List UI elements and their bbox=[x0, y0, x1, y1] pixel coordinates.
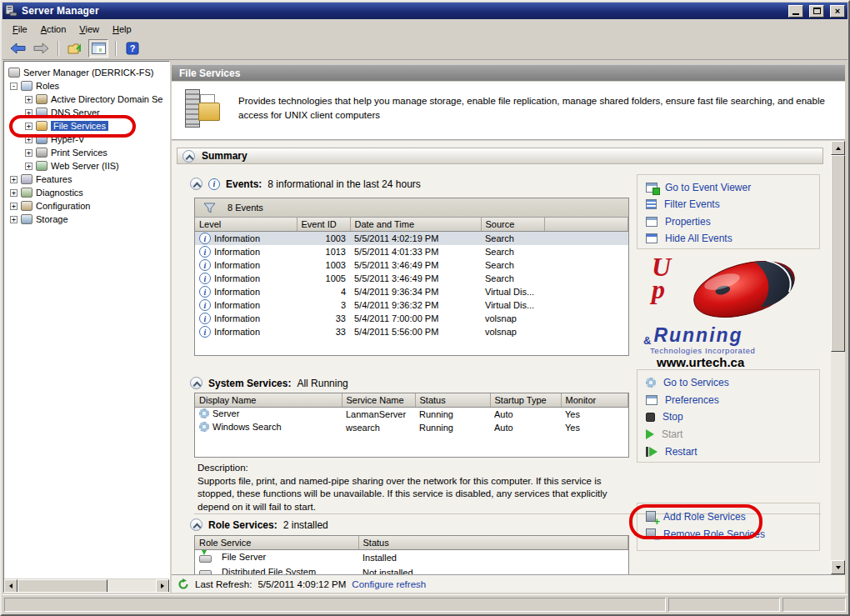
stop-service-link[interactable]: Stop bbox=[646, 410, 819, 424]
column-startup-type[interactable]: Startup Type bbox=[490, 393, 561, 408]
tree-horizontal-scrollbar[interactable] bbox=[4, 578, 169, 592]
system-services-title: System Services: bbox=[208, 378, 291, 389]
menu-file[interactable]: File bbox=[6, 22, 34, 37]
menu-action[interactable]: Action bbox=[34, 22, 73, 37]
collapse-chevron-icon[interactable] bbox=[190, 178, 202, 190]
scroll-down-button[interactable] bbox=[831, 560, 845, 574]
system-services-status: All Running bbox=[297, 378, 348, 389]
configure-refresh-link[interactable]: Configure refresh bbox=[352, 579, 426, 589]
table-row[interactable]: Distributed File System Not installed bbox=[195, 565, 628, 574]
column-service-name[interactable]: Service Name bbox=[342, 393, 415, 408]
column-source[interactable]: Source bbox=[481, 218, 544, 232]
filter-events-link[interactable]: Filter Events bbox=[646, 198, 819, 211]
expand-toggle[interactable]: + bbox=[10, 216, 18, 223]
refresh-status-bar: Last Refresh: 5/5/2011 4:09:12 PM Config… bbox=[172, 574, 845, 593]
show-console-tree-button[interactable] bbox=[88, 39, 108, 58]
up-level-button[interactable] bbox=[65, 39, 85, 58]
collapse-toggle[interactable]: - bbox=[10, 83, 18, 90]
hide-all-events-link[interactable]: Hide All Events bbox=[646, 232, 819, 245]
menu-view[interactable]: View bbox=[72, 22, 106, 37]
table-row[interactable]: Information 1003 5/5/2011 3:46:49 PM Sea… bbox=[195, 258, 628, 272]
restart-service-link[interactable]: Restart bbox=[646, 444, 819, 458]
server-manager-icon bbox=[8, 68, 20, 78]
system-services-panel: Display Name Service Name Status Startup… bbox=[194, 393, 629, 458]
start-service-link[interactable]: Start bbox=[646, 428, 819, 442]
collapse-chevron-icon[interactable] bbox=[190, 377, 202, 389]
app-icon bbox=[5, 5, 18, 17]
expand-toggle[interactable]: + bbox=[25, 96, 32, 103]
summary-section-header[interactable]: Summary bbox=[177, 148, 823, 164]
expand-toggle[interactable]: + bbox=[25, 136, 32, 143]
filter-funnel-icon bbox=[203, 203, 216, 213]
table-row[interactable]: Information 33 5/4/2011 7:00:00 PM volsn… bbox=[195, 312, 628, 325]
back-button[interactable] bbox=[8, 39, 28, 58]
service-description: Description: Supports file, print, and n… bbox=[198, 462, 632, 513]
table-row[interactable]: File Server Installed bbox=[195, 550, 628, 566]
tree-item-features[interactable]: + Features bbox=[4, 173, 169, 186]
table-row[interactable]: Information 1003 5/5/2011 4:02:19 PM Sea… bbox=[195, 232, 628, 246]
column-status[interactable]: Status bbox=[415, 393, 490, 408]
table-row[interactable]: Windows Search wsearch Running Auto Yes bbox=[195, 421, 628, 434]
toolbar: ? bbox=[2, 38, 848, 60]
tree-item-roles[interactable]: - Roles bbox=[4, 79, 169, 93]
scrollbar-thumb[interactable] bbox=[18, 579, 108, 593]
role-services-actions-panel: + Add Role Services − Remove Role Servic… bbox=[637, 503, 820, 551]
minimize-button[interactable] bbox=[788, 5, 803, 18]
column-role-service[interactable]: Role Service bbox=[195, 536, 358, 550]
information-icon bbox=[199, 246, 211, 258]
go-to-event-viewer-link[interactable]: Go to Event Viewer bbox=[646, 181, 819, 194]
scroll-up-button[interactable] bbox=[831, 141, 845, 155]
forward-button[interactable] bbox=[31, 39, 51, 58]
collapse-chevron-icon[interactable] bbox=[190, 518, 202, 531]
close-button[interactable]: × bbox=[830, 5, 845, 18]
remove-role-services-link[interactable]: − Remove Role Services bbox=[646, 527, 819, 541]
summary-title: Summary bbox=[202, 150, 248, 162]
maximize-button[interactable] bbox=[809, 5, 824, 18]
column-monitor[interactable]: Monitor bbox=[561, 393, 628, 408]
tree-item-web-server[interactable]: + Web Server (IIS) bbox=[4, 159, 169, 173]
table-row[interactable]: Information 1005 5/5/2011 3:46:49 PM Sea… bbox=[195, 272, 628, 285]
scrollbar-thumb[interactable] bbox=[831, 155, 845, 352]
menu-help[interactable]: Help bbox=[106, 22, 138, 37]
expand-toggle[interactable]: + bbox=[25, 123, 32, 130]
tree-item-active-directory[interactable]: + Active Directory Domain Se bbox=[4, 93, 169, 106]
table-row[interactable]: Information 1013 5/5/2011 4:01:33 PM Sea… bbox=[195, 245, 628, 258]
server-manager-window: Server Manager × File Action View Help bbox=[0, 0, 850, 616]
expand-toggle[interactable]: + bbox=[10, 189, 18, 197]
tree-item-storage[interactable]: + Storage bbox=[4, 213, 169, 226]
properties-link[interactable]: Properties bbox=[646, 215, 819, 228]
preferences-link[interactable]: Preferences bbox=[646, 393, 819, 408]
table-row[interactable]: Server LanmanServer Running Auto Yes bbox=[195, 408, 628, 422]
start-icon bbox=[646, 429, 654, 439]
table-row[interactable]: Information 33 5/4/2011 5:56:00 PM volsn… bbox=[195, 325, 628, 338]
tree-item-file-services[interactable]: + File Services bbox=[4, 119, 169, 133]
go-to-services-link[interactable]: Go to Services bbox=[646, 376, 819, 390]
table-row[interactable]: Information 3 5/4/2011 9:36:32 PM Virtua… bbox=[195, 298, 628, 312]
tree-item-diagnostics[interactable]: + Diagnostics bbox=[4, 186, 169, 199]
dns-server-icon bbox=[36, 108, 48, 118]
column-status[interactable]: Status bbox=[358, 536, 628, 550]
expand-toggle[interactable]: + bbox=[10, 203, 18, 210]
column-event-id[interactable]: Event ID bbox=[297, 218, 350, 232]
console-tree: Server Manager (DERRICK-FS) - Roles + Ac… bbox=[3, 61, 170, 593]
content-vertical-scrollbar[interactable] bbox=[831, 141, 845, 574]
expand-toggle[interactable]: + bbox=[10, 176, 18, 183]
add-role-services-link[interactable]: + Add Role Services bbox=[646, 509, 819, 523]
help-button[interactable]: ? bbox=[122, 39, 142, 58]
column-date-time[interactable]: Date and Time bbox=[350, 218, 481, 232]
expand-toggle[interactable]: + bbox=[25, 149, 32, 157]
events-filter-bar[interactable]: 8 Events bbox=[195, 198, 628, 218]
table-row[interactable]: Information 4 5/4/2011 9:36:34 PM Virtua… bbox=[195, 285, 628, 298]
tree-item-server-manager[interactable]: Server Manager (DERRICK-FS) bbox=[4, 66, 169, 79]
tree-item-hyper-v[interactable]: + Hyper-V bbox=[4, 133, 169, 146]
scroll-right-button[interactable] bbox=[156, 579, 169, 593]
tree-item-configuration[interactable]: + Configuration bbox=[4, 199, 169, 213]
tree-item-print-services[interactable]: + Print Services bbox=[4, 146, 169, 159]
expand-toggle[interactable]: + bbox=[25, 109, 32, 117]
collapse-chevron-icon[interactable] bbox=[182, 150, 195, 163]
column-level[interactable]: Level bbox=[195, 218, 297, 232]
scroll-left-button[interactable] bbox=[4, 579, 18, 593]
tree-item-dns-server[interactable]: + DNS Server bbox=[4, 106, 169, 119]
expand-toggle[interactable]: + bbox=[25, 163, 32, 170]
column-display-name[interactable]: Display Name bbox=[195, 393, 342, 408]
